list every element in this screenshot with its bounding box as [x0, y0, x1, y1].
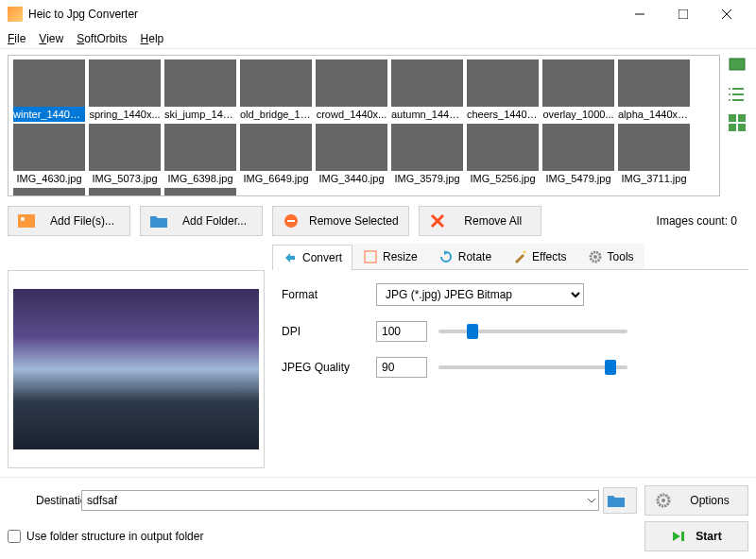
thumbnail-label: spring_1440x...	[89, 107, 161, 122]
thumbnail-image	[240, 124, 312, 171]
svg-point-16	[21, 217, 25, 221]
view-large-icon[interactable]	[726, 55, 748, 77]
thumbnail-item[interactable]: crowd_1440x...	[315, 59, 388, 122]
remove-all-button[interactable]: Remove All	[419, 206, 541, 236]
quality-slider[interactable]	[438, 365, 627, 369]
thumbnail-item[interactable]: IMG_3579.jpg	[390, 124, 464, 186]
thumbnail-label: IMG_6398.jpg	[164, 171, 236, 186]
thumbnail-image	[89, 59, 161, 107]
convert-form: Format JPG (*.jpg) JPEG Bitmap DPI JPEG …	[272, 270, 748, 391]
use-folder-structure-label: Use folder structure in output folder	[26, 530, 203, 543]
thumbnail-item[interactable]: IMG_6398.jpg	[163, 124, 237, 186]
menu-view[interactable]: View	[39, 32, 63, 45]
thumbnail-label: IMG_3440.jpg	[316, 171, 387, 186]
thumbnail-label: IMG_3711.jpg	[618, 171, 690, 186]
destination-input[interactable]	[81, 490, 599, 511]
options-button[interactable]: Options	[644, 485, 748, 516]
minimize-button[interactable]	[618, 0, 662, 28]
view-mode-icons	[726, 55, 748, 196]
remove-selected-button[interactable]: Remove Selected	[272, 206, 409, 236]
svg-point-10	[729, 99, 730, 101]
titlebar: Heic to Jpg Converter	[0, 0, 756, 28]
folder-open-icon	[608, 492, 625, 509]
close-button[interactable]	[705, 0, 748, 28]
browse-destination-button[interactable]	[603, 487, 637, 514]
resize-icon	[363, 249, 378, 264]
effects-icon	[512, 249, 527, 264]
thumbnail-item[interactable]: spring_1440x...	[88, 59, 162, 122]
menu-softorbits[interactable]: SoftOrbits	[77, 32, 127, 45]
menu-help[interactable]: Help	[141, 32, 164, 45]
settings-tabs: Convert Resize Rotate Effects Tools	[272, 244, 748, 270]
thumbnail-item[interactable]: IMG_5073.jpg	[88, 124, 162, 186]
view-grid-icon[interactable]	[726, 111, 748, 134]
thumbnail-item[interactable]: overlay_1000...	[541, 59, 615, 122]
tab-effects[interactable]: Effects	[502, 244, 576, 269]
thumbnail-item[interactable]: winter_1440x960.heic	[12, 59, 86, 122]
menu-file[interactable]: File	[8, 32, 26, 45]
thumbnail-item[interactable]: IMG_3711.jpg	[617, 124, 691, 186]
thumbnail-image	[13, 59, 85, 107]
thumbnail-item[interactable]: cheers_1440x...	[466, 59, 540, 122]
thumbnail-label: winter_1440x960.heic	[13, 107, 85, 122]
thumbnail-item[interactable]: alpha_1440x9...	[617, 59, 691, 122]
svg-point-9	[729, 93, 730, 95]
thumbnail-item[interactable]: autumn_1440...	[390, 59, 464, 122]
bottom-bar: Destination Options Use folder structure…	[0, 477, 756, 559]
thumbnail-label: IMG_5256.jpg	[467, 171, 539, 186]
thumbnail-item[interactable]: IMG_4630.jpg	[12, 124, 86, 186]
menubar: File View SoftOrbits Help	[0, 28, 756, 49]
view-list-icon[interactable]	[726, 83, 748, 106]
add-folder-button[interactable]: Add Folder...	[140, 206, 263, 236]
thumbnail-item[interactable]: IMG_5256.jpg	[466, 124, 540, 186]
add-files-button[interactable]: Add File(s)...	[8, 206, 130, 236]
start-button[interactable]: Start	[644, 521, 748, 551]
format-select[interactable]: JPG (*.jpg) JPEG Bitmap	[376, 283, 584, 306]
chevron-down-icon[interactable]	[588, 497, 595, 504]
thumbnail-image	[391, 59, 463, 107]
thumbnail-item[interactable]: IMG_5479.jpg	[541, 124, 615, 186]
maximize-button[interactable]	[662, 0, 705, 28]
thumbnail-item[interactable]: IMG_3440.jpg	[315, 124, 388, 186]
dpi-label: DPI	[282, 325, 367, 338]
tab-rotate[interactable]: Rotate	[428, 244, 502, 269]
thumbnail-image	[164, 124, 236, 171]
svg-point-25	[662, 499, 665, 502]
thumbnail-label: IMG_5073.jpg	[89, 171, 161, 186]
thumbnail-label: ski_jump_144...	[164, 107, 236, 122]
thumbnail-item[interactable]: ski_jump_144...	[163, 59, 237, 122]
dpi-slider[interactable]	[438, 330, 627, 333]
thumbnail-label: cheers_1440x...	[467, 107, 539, 122]
svg-rect-11	[729, 114, 736, 122]
thumbnail-image	[164, 188, 236, 196]
thumbnail-label: old_bridge_14...	[240, 107, 312, 122]
folder-icon	[150, 212, 167, 229]
use-folder-structure-checkbox[interactable]	[8, 530, 21, 543]
tab-resize[interactable]: Resize	[352, 244, 428, 269]
svg-rect-12	[738, 114, 746, 122]
thumbnail-item[interactable]	[12, 188, 86, 196]
thumbnail-item[interactable]	[163, 188, 237, 196]
thumbnail-label: overlay_1000...	[542, 107, 614, 122]
quality-label: JPEG Quality	[282, 361, 367, 374]
thumbnail-gallery[interactable]: winter_1440x960.heicspring_1440x...ski_j…	[8, 55, 720, 196]
dpi-input[interactable]	[376, 321, 427, 342]
action-toolbar: Add File(s)... Add Folder... Remove Sele…	[8, 206, 748, 236]
svg-rect-21	[365, 251, 376, 263]
thumbnail-image	[240, 59, 312, 107]
thumbnail-image	[89, 188, 161, 196]
thumbnail-image	[164, 59, 236, 107]
tab-convert[interactable]: Convert	[272, 245, 352, 270]
thumbnail-item[interactable]: IMG_6649.jpg	[239, 124, 313, 186]
thumbnail-label: IMG_5479.jpg	[542, 171, 614, 186]
svg-point-8	[729, 88, 730, 90]
thumbnail-image	[13, 124, 85, 171]
thumbnail-label: autumn_1440...	[391, 107, 463, 122]
destination-label: Destination	[8, 494, 74, 507]
svg-rect-26	[681, 532, 684, 541]
thumbnail-item[interactable]	[88, 188, 162, 196]
rotate-icon	[438, 249, 454, 264]
thumbnail-item[interactable]: old_bridge_14...	[239, 59, 313, 122]
quality-input[interactable]	[376, 357, 427, 378]
tab-tools[interactable]: Tools	[577, 244, 644, 269]
